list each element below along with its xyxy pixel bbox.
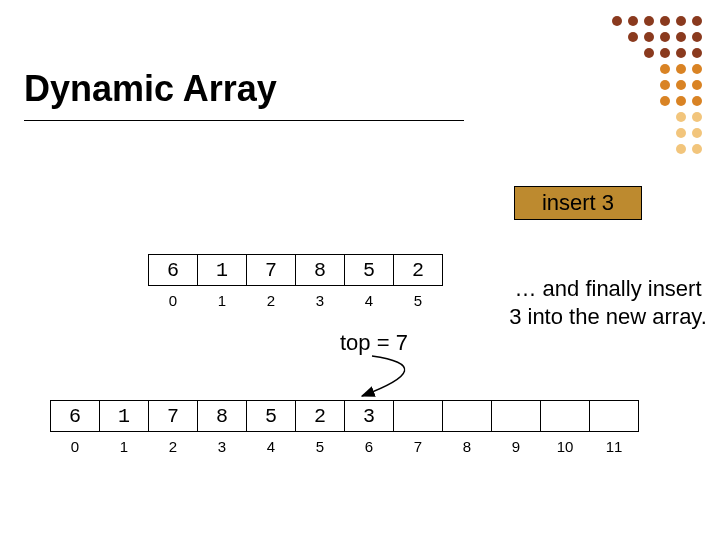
arrow-icon	[332, 352, 462, 402]
array-index: 5	[295, 438, 345, 455]
array-index: 5	[393, 292, 443, 309]
array-cell	[442, 400, 492, 432]
array-index: 1	[99, 438, 149, 455]
array-cell: 7	[246, 254, 296, 286]
insert-badge: insert 3	[514, 186, 642, 220]
array-cell: 6	[50, 400, 100, 432]
array-cell: 6	[148, 254, 198, 286]
array-cell	[540, 400, 590, 432]
array-cell: 5	[344, 254, 394, 286]
array-index: 11	[589, 438, 639, 455]
array-cell	[491, 400, 541, 432]
title-underline	[24, 120, 464, 121]
array-cell: 1	[197, 254, 247, 286]
array-cell: 1	[99, 400, 149, 432]
page-title: Dynamic Array	[24, 68, 277, 110]
array-cell: 5	[246, 400, 296, 432]
array-cell: 8	[197, 400, 247, 432]
new-array-cells: 6 1 7 8 5 2 3	[50, 400, 639, 432]
array-cell: 2	[393, 254, 443, 286]
array-index: 0	[50, 438, 100, 455]
array-index: 4	[344, 292, 394, 309]
array-index: 2	[148, 438, 198, 455]
corner-dot-grid	[612, 16, 702, 154]
array-cell: 3	[344, 400, 394, 432]
array-index: 3	[197, 438, 247, 455]
array-index: 6	[344, 438, 394, 455]
array-index: 1	[197, 292, 247, 309]
array-cell: 8	[295, 254, 345, 286]
array-cell: 2	[295, 400, 345, 432]
array-index: 9	[491, 438, 541, 455]
old-array-cells: 6 1 7 8 5 2	[148, 254, 443, 286]
array-index: 7	[393, 438, 443, 455]
array-index: 0	[148, 292, 198, 309]
array-index: 2	[246, 292, 296, 309]
step-caption: … and finally insert 3 into the new arra…	[508, 275, 708, 330]
old-array-indices: 0 1 2 3 4 5	[148, 292, 443, 309]
array-cell: 7	[148, 400, 198, 432]
new-array-indices: 0 1 2 3 4 5 6 7 8 9 10 11	[50, 438, 639, 455]
array-cell	[589, 400, 639, 432]
array-cell	[393, 400, 443, 432]
array-index: 10	[540, 438, 590, 455]
array-index: 3	[295, 292, 345, 309]
array-index: 4	[246, 438, 296, 455]
array-index: 8	[442, 438, 492, 455]
